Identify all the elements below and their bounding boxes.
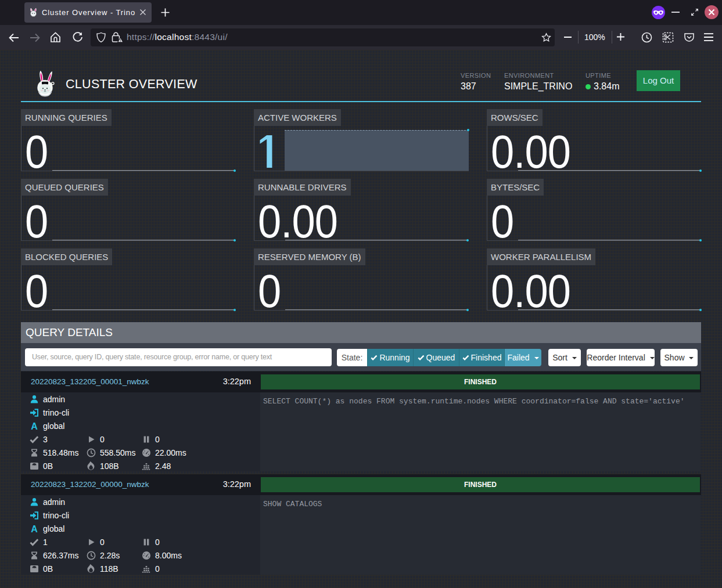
- svg-text:A: A: [31, 524, 38, 533]
- svg-text:A: A: [31, 421, 38, 431]
